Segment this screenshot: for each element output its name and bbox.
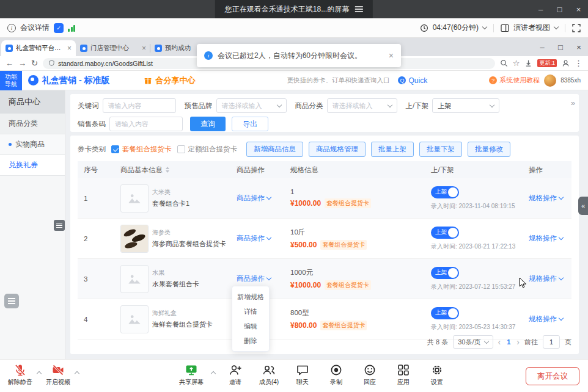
leave-meeting-button[interactable]: 离开会议: [526, 367, 579, 385]
shelf-toggle[interactable]: 上架: [431, 267, 459, 279]
menu-item-delete[interactable]: 删除: [232, 333, 269, 348]
apps-button[interactable]: 应用: [388, 363, 419, 387]
tab-close-icon[interactable]: ×: [142, 44, 146, 53]
nav-box-line1: 功能: [5, 73, 17, 81]
browser-menu-icon[interactable]: ⋮: [575, 59, 582, 67]
view-dropdown-chevron[interactable]: [554, 24, 559, 29]
prev-page-button[interactable]: ‹: [498, 337, 501, 347]
timer-dropdown-chevron[interactable]: [482, 24, 487, 29]
product-row-3[interactable]: 3 水果水果套餐组合卡 商品操作 1000元¥1000.00套餐组合提货卡 上架…: [78, 259, 571, 299]
bookmark-star-icon[interactable]: ☆: [513, 59, 520, 67]
export-button[interactable]: 导出: [232, 117, 268, 131]
share-screen-button[interactable]: 共享屏幕: [176, 363, 207, 387]
browser-close-button[interactable]: ×: [570, 38, 588, 56]
batch-off-shelf-button[interactable]: 批量下架: [419, 142, 462, 157]
product-op-dropdown[interactable]: 商品操作: [237, 234, 271, 243]
batch-on-shelf-button[interactable]: 批量上架: [371, 142, 414, 157]
reload-icon[interactable]: ↻: [31, 59, 38, 67]
shelf-toggle[interactable]: 上架: [431, 227, 459, 239]
video-options-chevron[interactable]: [73, 369, 81, 376]
shelf-select[interactable]: 上架: [432, 98, 499, 113]
reactions-button[interactable]: 回应: [355, 363, 385, 387]
collapse-filters-icon[interactable]: »: [571, 98, 574, 107]
keyword-input[interactable]: [103, 98, 176, 113]
security-shield-icon[interactable]: ✓: [54, 23, 64, 33]
spec-op-dropdown[interactable]: 规格操作: [529, 194, 563, 203]
start-video-button[interactable]: 开启视频: [43, 363, 73, 387]
minimize-button[interactable]: –: [531, 0, 550, 18]
fixed-card-checkbox[interactable]: 定额组合提货卡: [177, 145, 238, 154]
sort-icon[interactable]: [166, 167, 169, 173]
browser-maximize-button[interactable]: □: [551, 38, 570, 56]
spec-op-dropdown[interactable]: 规格操作: [529, 274, 563, 283]
maximize-button[interactable]: □: [550, 0, 569, 18]
product-image-photo[interactable]: [120, 225, 149, 253]
sidebar-section-product-center[interactable]: 商品中心: [0, 90, 65, 114]
current-page[interactable]: 1: [505, 338, 512, 346]
quick-link[interactable]: Q Quick: [398, 76, 427, 85]
chat-button[interactable]: 聊天: [287, 363, 318, 387]
view-mode-selector[interactable]: 演讲者视图: [513, 23, 550, 33]
brand-select[interactable]: 请选择或输入: [216, 98, 287, 113]
share-center-link[interactable]: 合分享中心: [144, 75, 195, 86]
update-badge[interactable]: 更新:1: [537, 59, 557, 67]
avatar[interactable]: [544, 74, 556, 87]
sidebar-item-physical-goods[interactable]: 实物商品: [0, 134, 65, 155]
unmute-button[interactable]: 解除静音: [5, 363, 35, 387]
toast-close-icon[interactable]: ×: [389, 51, 394, 60]
search-icon[interactable]: [500, 59, 508, 67]
tab-close-icon[interactable]: ×: [67, 44, 72, 53]
search-button[interactable]: 查询: [190, 117, 226, 131]
function-nav-button[interactable]: 功能 导航: [0, 71, 22, 90]
forward-icon[interactable]: →: [18, 59, 26, 67]
package-card-checkbox[interactable]: 套餐组合提货卡: [111, 145, 172, 154]
spec-op-dropdown[interactable]: 规格操作: [529, 314, 563, 324]
spec-op-dropdown[interactable]: 规格操作: [529, 234, 563, 243]
product-op-dropdown-open[interactable]: 商品操作: [237, 274, 271, 283]
fullscreen-icon[interactable]: [572, 24, 581, 32]
product-image-placeholder[interactable]: [120, 184, 149, 212]
product-op-dropdown[interactable]: 商品操作: [237, 194, 271, 203]
tutorial-link[interactable]: ? 系统使用教程: [489, 76, 540, 85]
page-size-select[interactable]: 30条/页: [453, 335, 493, 349]
product-image-placeholder[interactable]: [120, 305, 149, 333]
menu-item-edit[interactable]: 编辑: [232, 319, 269, 333]
expand-panel-handle[interactable]: «: [578, 197, 588, 215]
brand: 礼盒营销 - 标准版: [28, 75, 109, 86]
product-row-1[interactable]: 1 大米类套餐组合卡1 商品操作 1¥1000.00套餐组合提货卡 上架录入时间…: [78, 178, 571, 219]
barcode-input[interactable]: [109, 117, 183, 131]
product-row-4[interactable]: 4 海鲜礼盒海鲜套餐组合提货卡 800型¥800.00套餐组合提货卡 上架录入时…: [78, 299, 571, 339]
product-image-placeholder[interactable]: [120, 265, 149, 293]
product-row-2[interactable]: 2 海参类海参商品套餐组合提货卡 商品操作 10斤¥500.00套餐组合提货卡 …: [78, 219, 571, 259]
add-product-button[interactable]: 新增商品信息: [246, 142, 303, 157]
browser-minimize-button[interactable]: –: [533, 38, 551, 56]
next-page-button[interactable]: ›: [516, 337, 520, 347]
goto-page-input[interactable]: [543, 335, 560, 349]
shelf-toggle[interactable]: 上架: [431, 186, 459, 198]
menu-item-add-spec[interactable]: 新增规格: [232, 289, 269, 304]
category-select[interactable]: 请选择或输入: [327, 98, 397, 113]
download-icon[interactable]: [524, 59, 532, 67]
share-options-chevron[interactable]: [210, 369, 217, 376]
invite-button[interactable]: 邀请: [220, 363, 251, 387]
sidebar-drag-handle[interactable]: [54, 220, 65, 231]
sidebar-item-product-category[interactable]: 商品分类: [0, 114, 65, 134]
meeting-details-link[interactable]: 会议详情: [20, 23, 50, 33]
profile-icon[interactable]: [562, 59, 570, 67]
settings-button[interactable]: 设置: [422, 363, 452, 387]
spec-manage-button[interactable]: 商品规格管理: [309, 142, 366, 157]
browser-tab-gift-admin[interactable]: 礼盒营销平台管理中心 ×: [1, 40, 76, 56]
column-header-basic-info[interactable]: 商品基本信息: [114, 165, 230, 175]
feedback-widget-icon[interactable]: [4, 294, 19, 308]
shelf-toggle[interactable]: 上架: [431, 307, 459, 319]
close-button[interactable]: ×: [569, 0, 588, 18]
mute-options-chevron[interactable]: [35, 369, 43, 376]
menu-item-details[interactable]: 详情: [232, 304, 269, 319]
browser-tab-store-admin[interactable]: 门店管理中心 ×: [76, 40, 150, 56]
record-button[interactable]: 录制: [321, 363, 351, 387]
banner-menu-icon[interactable]: [355, 6, 363, 12]
members-button[interactable]: 成员(4): [254, 363, 284, 387]
sidebar-item-exchange-voucher[interactable]: 兑换礼券: [0, 155, 65, 176]
back-icon[interactable]: ←: [6, 59, 13, 67]
batch-edit-button[interactable]: 批量修改: [468, 142, 510, 157]
